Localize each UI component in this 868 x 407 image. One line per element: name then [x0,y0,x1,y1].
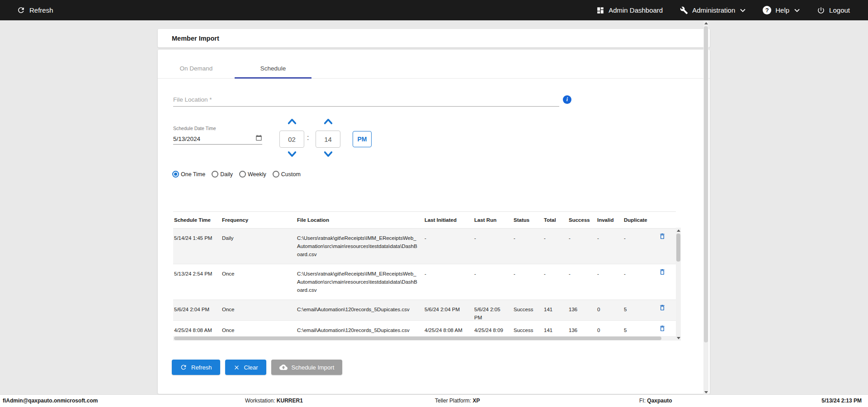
cell-success: 136 [568,300,596,322]
col-header-invalid: Invalid [596,217,623,223]
triangle-up-icon [704,22,708,24]
clear-button-label: Clear [244,364,258,371]
logout-button[interactable]: Logout [817,6,850,14]
col-header-success: Success [568,217,596,223]
fi-label: FI: [639,398,646,404]
refresh-button[interactable]: Refresh [172,360,220,375]
scroll-down-button[interactable] [676,335,681,341]
cell-frequency: Daily [221,229,296,264]
tab-bar: On Demand Schedule [158,50,710,79]
topbar-refresh-button[interactable]: Refresh [17,6,53,14]
cell-duplicate: 5 [623,300,650,322]
radio-one-time[interactable]: One Time [172,171,205,178]
cell-invalid: - [596,264,623,299]
scrollbar-thumb[interactable] [174,337,661,340]
hour-increment-arrow[interactable] [279,118,304,125]
hour-input[interactable] [280,131,304,147]
minute-input[interactable] [316,131,340,147]
tab-schedule[interactable]: Schedule [235,59,311,78]
cell-total: 141 [543,300,568,322]
frequency-radio-group: One Time Daily Weekly Custom [172,171,301,178]
col-header-last-initiated: Last Initiated [424,217,473,223]
triangle-down-icon [704,391,708,393]
member-import-panel: On Demand Schedule i Schedule Date Time … [158,50,710,394]
radio-weekly[interactable]: Weekly [239,171,266,178]
footer-user-email: fiAdmin@qaxpauto.onmicrosoft.com [3,398,98,404]
cell-last-initiated: - [424,229,473,264]
help-menu[interactable]: ? Help [763,6,800,14]
radio-daily-label: Daily [220,171,233,178]
minute-decrement-arrow[interactable] [316,151,340,158]
cell-schedule-time: 5/14/24 1:45 PM [173,229,221,264]
cell-file-location: C:\Users\ratnak\git\eReceipts\IMM_ERecei… [296,229,424,264]
cell-status: - [513,264,543,299]
delete-row-button[interactable] [650,229,675,264]
power-icon [817,6,825,14]
radio-custom[interactable]: Custom [273,171,301,178]
refresh-icon [180,364,187,371]
footer-fi: FI: Qaxpauto [639,398,672,404]
col-header-total: Total [543,217,568,223]
radio-weekly-label: Weekly [248,171,266,178]
trash-icon [659,325,666,332]
chevron-down-icon [794,9,800,12]
scrollbar-thumb[interactable] [704,26,708,342]
cell-file-location: C:\Users\ratnak\git\eReceipts\IMM_ERecei… [296,264,424,299]
page-title-card: Member Import [158,29,710,47]
minute-increment-arrow[interactable] [316,118,340,125]
delete-row-button[interactable] [650,264,675,299]
schedule-table: Schedule Time Frequency File Location La… [173,211,676,339]
scrollbar-thumb[interactable] [676,234,680,262]
cell-duplicate: - [623,229,650,264]
help-label: Help [775,6,789,14]
action-button-row: Refresh Clear Schedule Import [172,360,342,375]
cell-last-run: - [473,264,513,299]
fi-value: Qaxpauto [647,398,672,404]
footer-teller-platform: Teller Platform: XP [435,398,480,404]
table-row: 5/13/24 2:54 PM Once C:\Users\ratnak\git… [173,264,676,300]
calendar-icon[interactable] [255,135,262,143]
file-location-field [173,93,559,107]
cell-last-initiated: 5/6/24 2:04 PM [424,300,473,322]
clear-button[interactable]: Clear [225,360,266,375]
admin-dashboard-menu[interactable]: Admin Dashboard [596,6,663,14]
trash-icon [659,268,666,276]
scroll-up-button[interactable] [676,228,681,233]
meridiem-toggle-button[interactable]: PM [353,131,372,147]
info-icon[interactable]: i [563,95,571,104]
cell-status: Success [513,300,543,322]
radio-icon [212,171,218,178]
cell-total: - [543,229,568,264]
file-location-input[interactable] [173,93,559,106]
col-header-file-location: File Location [296,217,424,223]
radio-daily[interactable]: Daily [212,171,233,178]
close-icon [233,364,240,371]
schedule-import-button[interactable]: Schedule Import [271,360,343,375]
trash-icon [659,304,666,311]
tab-on-demand[interactable]: On Demand [158,59,235,78]
tab-on-demand-label: On Demand [180,65,213,72]
schedule-date-input[interactable] [173,136,255,142]
administration-menu[interactable]: Administration [680,6,745,14]
minute-box [316,131,340,148]
cell-last-initiated: - [424,264,473,299]
page-vertical-scrollbar[interactable] [703,20,708,395]
schedule-date-field [173,133,262,145]
cloud-upload-icon [279,363,288,371]
delete-row-button[interactable] [650,300,675,322]
col-header-last-run: Last Run [473,217,513,223]
table-vertical-scrollbar[interactable] [676,228,681,341]
scroll-up-button[interactable] [703,20,708,26]
cell-invalid: 0 [596,300,623,322]
table-horizontal-scrollbar[interactable] [173,336,676,341]
refresh-icon [17,6,25,14]
tab-schedule-label: Schedule [260,65,286,72]
admin-dashboard-label: Admin Dashboard [609,6,663,14]
hour-decrement-arrow[interactable] [279,151,304,158]
cell-last-run: - [473,229,513,264]
schedule-import-button-label: Schedule Import [292,364,335,371]
table-header-row: Schedule Time Frequency File Location La… [173,211,676,229]
cell-invalid: - [596,229,623,264]
col-header-status: Status [513,217,543,223]
col-header-schedule-time: Schedule Time [173,217,221,223]
